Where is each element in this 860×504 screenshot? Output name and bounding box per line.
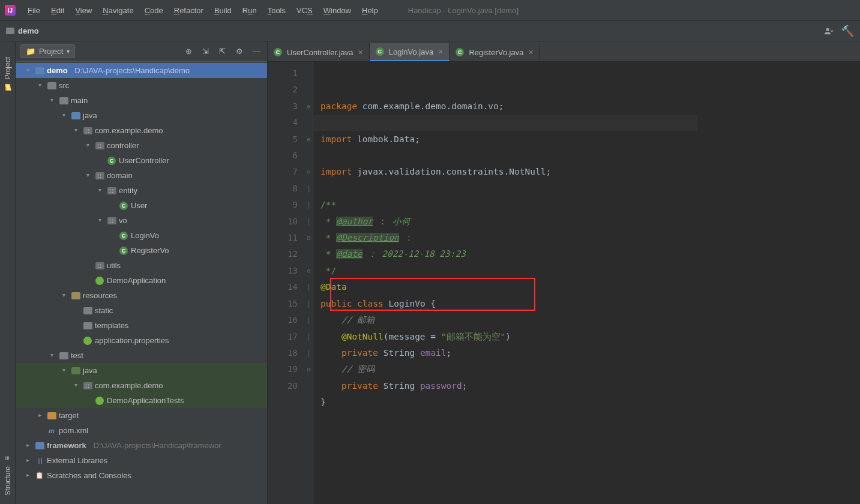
tree-node-templates[interactable]: templates	[16, 318, 267, 333]
hide-icon[interactable]: —	[253, 47, 262, 56]
close-icon[interactable]: ×	[528, 47, 533, 57]
tree-label: static	[95, 306, 113, 315]
tree-label: domain	[107, 171, 133, 180]
tool-window-stripe-left: 📁Project Structure ≡	[0, 41, 16, 504]
tree-label: External Libraries	[47, 456, 107, 465]
tree-node-demo-root[interactable]: demo D:\JAVA-projects\Handicap\demo	[16, 63, 267, 78]
package-icon	[83, 382, 92, 389]
menu-window[interactable]: Window	[319, 4, 356, 17]
folder-icon	[59, 97, 68, 104]
package-icon	[83, 127, 92, 134]
project-tree[interactable]: demo D:\JAVA-projects\Handicap\demo src …	[16, 62, 267, 504]
menu-help[interactable]: Help	[357, 4, 383, 17]
menu-vcs[interactable]: VCS	[292, 4, 317, 17]
tree-label: entity	[119, 186, 137, 195]
tree-node-domain[interactable]: domain	[16, 168, 267, 183]
tree-node-controller[interactable]: controller	[16, 138, 267, 153]
structure-tool-tab[interactable]: Structure ≡	[2, 451, 13, 499]
menu-build[interactable]: Build	[209, 4, 236, 17]
tree-node-framework[interactable]: framework D:\JAVA-projects\Handicap\fram…	[16, 438, 267, 453]
tree-node-resources[interactable]: resources	[16, 288, 267, 303]
package-icon	[95, 172, 104, 179]
tree-path: D:\JAVA-projects\Handicap\framewor	[93, 441, 221, 450]
tree-label: DemoApplication	[107, 276, 166, 285]
library-icon: ⫼	[35, 457, 44, 465]
class-icon: C	[119, 232, 128, 240]
tree-label: demo	[47, 66, 68, 75]
fold-gutter[interactable]: ⊖ ⊖ ⊖│││⊟ ⊖│││││⊟	[305, 62, 313, 504]
gear-icon[interactable]: ⚙	[236, 47, 245, 56]
tree-node-src[interactable]: src	[16, 78, 267, 93]
tab-label: RegisterVo.java	[469, 48, 523, 57]
close-icon[interactable]: ×	[358, 47, 363, 57]
user-icon[interactable]	[824, 26, 834, 36]
tree-node-target[interactable]: target	[16, 408, 267, 423]
tree-node-demotests[interactable]: DemoApplicationTests	[16, 393, 267, 408]
menu-navigate[interactable]: Navigate	[98, 4, 138, 17]
code-area[interactable]: package com.example.demo.domain.vo; impo…	[313, 62, 860, 504]
menu-file[interactable]: File	[23, 4, 45, 17]
breadcrumb-label: demo	[18, 26, 39, 35]
tree-node-main[interactable]: main	[16, 93, 267, 108]
tree-node-static[interactable]: static	[16, 303, 267, 318]
menu-run[interactable]: Run	[238, 4, 262, 17]
class-icon: C	[456, 48, 464, 56]
folder-icon: 📁	[26, 47, 35, 56]
maven-icon: m	[47, 427, 56, 435]
tree-node-utils[interactable]: utils	[16, 258, 267, 273]
line-number-gutter[interactable]: 1234567891011121314151617181920	[268, 62, 305, 504]
package-icon	[95, 142, 104, 149]
class-icon: C	[274, 48, 282, 56]
expand-icon[interactable]: ⇲	[202, 47, 212, 56]
tree-node-pom[interactable]: mpom.xml	[16, 423, 267, 438]
menu-tools[interactable]: Tools	[263, 4, 290, 17]
tree-node-loginvo[interactable]: CLoginVo	[16, 228, 267, 243]
tree-node-vo[interactable]: vo	[16, 213, 267, 228]
chevron-down-icon: ▾	[67, 48, 70, 55]
tab-registervo[interactable]: C RegisterVo.java ×	[450, 43, 540, 61]
app-icon: IJ	[5, 5, 16, 16]
tree-node-external-libraries[interactable]: ⫼External Libraries	[16, 453, 267, 468]
tree-node-scratches[interactable]: 📋Scratches and Consoles	[16, 468, 267, 483]
tree-node-demoapplication[interactable]: DemoApplication	[16, 273, 267, 288]
package-icon	[95, 262, 104, 269]
editor-body[interactable]: 1234567891011121314151617181920 ⊖ ⊖ ⊖│││…	[268, 62, 860, 504]
tree-label: framework	[47, 441, 86, 450]
tab-loginvo[interactable]: C LoginVo.java ×	[370, 43, 450, 61]
tree-label: java	[83, 366, 97, 375]
resources-folder-icon	[71, 292, 80, 299]
menu-code[interactable]: Code	[140, 4, 168, 17]
tree-node-appprops[interactable]: application.properties	[16, 333, 267, 348]
menu-view[interactable]: View	[70, 4, 97, 17]
tree-node-test[interactable]: test	[16, 348, 267, 363]
tree-node-test-package[interactable]: com.example.demo	[16, 378, 267, 393]
close-icon[interactable]: ×	[438, 47, 443, 56]
menu-edit[interactable]: Edit	[46, 4, 69, 17]
tree-label: RegisterVo	[131, 246, 169, 255]
tab-usercontroller[interactable]: C UserController.java ×	[268, 43, 370, 61]
tree-node-usercontroller[interactable]: CUserController	[16, 153, 267, 168]
tree-node-package[interactable]: com.example.demo	[16, 123, 267, 138]
tree-node-entity[interactable]: entity	[16, 183, 267, 198]
breadcrumb[interactable]: demo	[6, 26, 39, 35]
build-icon[interactable]: 🔨	[841, 25, 854, 38]
tree-node-test-java[interactable]: java	[16, 363, 267, 378]
locate-icon[interactable]: ⊕	[185, 47, 195, 56]
tree-node-registervo[interactable]: CRegisterVo	[16, 243, 267, 258]
tree-label: controller	[107, 141, 139, 150]
collapse-icon[interactable]: ⇱	[219, 47, 229, 56]
menu-refactor[interactable]: Refactor	[169, 4, 208, 17]
tree-label: java	[83, 111, 97, 120]
test-folder-icon	[71, 367, 80, 374]
package-icon	[107, 187, 116, 194]
tree-node-user[interactable]: CUser	[16, 198, 267, 213]
project-view-selector[interactable]: 📁 Project ▾	[20, 44, 75, 58]
project-tool-tab[interactable]: 📁Project	[2, 53, 13, 95]
svg-point-0	[826, 28, 829, 31]
tree-node-java[interactable]: java	[16, 108, 267, 123]
folder-icon	[47, 82, 56, 89]
tab-label: UserController.java	[287, 48, 353, 57]
tree-label: vo	[119, 216, 127, 225]
project-panel-header: 📁 Project ▾ ⊕ ⇲ ⇱ ⚙ —	[16, 41, 267, 62]
spring-icon	[83, 337, 92, 345]
